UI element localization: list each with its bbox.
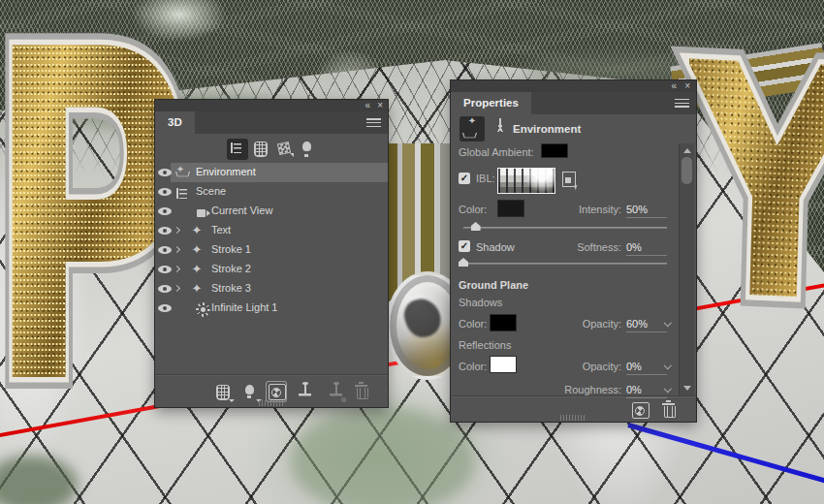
scene-tree-icon <box>173 184 188 200</box>
eye-icon[interactable] <box>158 224 173 238</box>
divider <box>451 395 696 397</box>
properties-tabbar: Properties <box>451 92 696 114</box>
filter-lights-icon[interactable] <box>297 139 318 160</box>
tree-row-stroke-3[interactable]: Stroke 3 <box>155 279 388 299</box>
delete-icon[interactable] <box>658 400 678 420</box>
ground-plane-header: Ground Plane <box>459 279 528 291</box>
expand-chevron-icon[interactable] <box>174 266 181 273</box>
softness-slider-thumb[interactable] <box>459 258 468 267</box>
close-panel-icon[interactable]: × <box>684 80 690 92</box>
tree-row-infinite-light-1[interactable]: Infinite Light 1 <box>155 299 388 318</box>
eye-icon[interactable] <box>158 243 173 258</box>
mesh-icon <box>189 223 205 238</box>
gp-opacity-dropdown-icon[interactable] <box>664 320 672 328</box>
properties-panel: « × Properties Environment Global Ambien… <box>451 80 696 422</box>
add-ibl-icon[interactable] <box>630 400 650 420</box>
tab-3d[interactable]: 3D <box>155 111 195 134</box>
environment-icon <box>173 165 188 180</box>
properties-footer <box>451 395 696 422</box>
tab-properties[interactable]: Properties <box>451 92 531 114</box>
3d-panel-titlebar: « × <box>155 100 388 111</box>
gp-color-label: Color: <box>459 318 487 330</box>
snap-to-ground-off-icon[interactable] <box>327 382 346 401</box>
scroll-grip[interactable] <box>259 400 284 406</box>
row-label: Scene <box>196 185 226 197</box>
properties-mode-bar: Environment <box>451 114 696 143</box>
gp-shadow-color-swatch[interactable] <box>490 314 517 331</box>
tree-row-stroke-1[interactable]: Stroke 1 <box>155 240 388 260</box>
3d-panel-tabbar: 3D <box>155 111 388 134</box>
intensity-slider-thumb[interactable] <box>471 222 481 231</box>
eye-icon[interactable] <box>158 282 173 297</box>
expand-chevron-icon[interactable] <box>174 246 181 254</box>
row-label: Stroke 1 <box>211 243 251 255</box>
intensity-label: Intensity: <box>554 204 621 215</box>
softness-value-field[interactable]: 0% <box>626 241 667 256</box>
3d-panel-footer <box>155 376 388 407</box>
add-ibl-icon[interactable] <box>267 382 286 401</box>
delete-icon[interactable] <box>351 382 370 401</box>
shadow-checkbox[interactable]: ✓ <box>459 240 470 252</box>
ibl-label: IBL: <box>476 173 495 184</box>
expand-chevron-icon[interactable] <box>174 285 181 293</box>
ibl-color-swatch[interactable] <box>497 200 524 217</box>
filter-meshes-icon[interactable] <box>250 139 271 160</box>
refl-color-swatch[interactable] <box>490 356 517 373</box>
gp-opacity-label: Opacity: <box>554 318 621 330</box>
intensity-slider[interactable] <box>463 227 667 229</box>
filter-whole-scene-icon[interactable] <box>227 139 248 160</box>
divider <box>155 374 388 376</box>
scroll-grip[interactable] <box>560 415 586 421</box>
row-label: Stroke 2 <box>211 263 251 274</box>
close-panel-icon[interactable]: × <box>377 100 383 111</box>
softness-slider[interactable] <box>463 263 667 265</box>
row-label: Stroke 3 <box>211 282 251 294</box>
row-label: Environment <box>196 166 256 177</box>
reflections-subheader: Reflections <box>459 339 511 351</box>
scroll-up-icon[interactable] <box>683 148 691 153</box>
collapse-panel-icon[interactable]: « <box>364 100 370 111</box>
eye-icon[interactable] <box>158 205 173 219</box>
expand-chevron-icon[interactable] <box>174 227 181 235</box>
mesh-icon <box>189 262 205 277</box>
snap-to-ground-icon[interactable] <box>296 382 315 401</box>
tree-row-current-view[interactable]: Current View <box>155 202 388 221</box>
3d-filter-bar <box>155 139 388 162</box>
replace-texture-icon[interactable] <box>560 171 580 190</box>
vertical-scrollbar[interactable] <box>680 143 694 395</box>
gp-opacity-value-field[interactable]: 60% <box>626 318 667 332</box>
ibl-color-label: Color: <box>459 204 487 215</box>
infinite-light-icon <box>194 300 209 316</box>
tree-row-scene[interactable]: Scene <box>155 182 388 202</box>
eye-icon[interactable] <box>158 263 173 277</box>
intensity-value-field[interactable]: 50% <box>626 204 667 218</box>
refl-opacity-dropdown-icon[interactable] <box>664 362 672 370</box>
tree-row-environment[interactable]: Environment <box>155 163 388 182</box>
tree-row-stroke-2[interactable]: Stroke 2 <box>155 260 388 279</box>
eye-icon[interactable] <box>158 185 173 200</box>
filter-materials-icon[interactable] <box>273 139 295 160</box>
add-mesh-icon[interactable] <box>212 382 232 401</box>
panel-menu-icon[interactable] <box>675 99 689 108</box>
add-light-icon[interactable] <box>239 382 259 401</box>
panel-menu-icon[interactable] <box>366 118 381 127</box>
ibl-checkbox[interactable]: ✓ <box>459 173 470 184</box>
roughness-label: Roughness: <box>544 384 621 395</box>
collapse-panel-icon[interactable]: « <box>671 80 677 92</box>
shadows-subheader: Shadows <box>459 297 502 308</box>
global-ambient-swatch[interactable] <box>541 143 568 158</box>
ibl-texture-thumbnail[interactable] <box>497 168 555 194</box>
foliage-blur <box>291 407 475 504</box>
properties-titlebar: « × <box>451 80 696 92</box>
shadow-label: Shadow <box>476 241 515 253</box>
roughness-dropdown-icon[interactable] <box>664 386 672 394</box>
scrollbar-thumb[interactable] <box>681 157 692 184</box>
tree-row-text[interactable]: Text <box>155 221 388 240</box>
eye-icon[interactable] <box>158 301 173 316</box>
refl-opacity-value-field[interactable]: 0% <box>626 361 667 375</box>
row-label: Infinite Light 1 <box>211 301 278 313</box>
eye-icon[interactable] <box>158 166 173 180</box>
environment-mode-icon[interactable] <box>460 116 485 142</box>
properties-title: Environment <box>513 114 581 143</box>
scroll-down-icon[interactable] <box>683 386 691 391</box>
